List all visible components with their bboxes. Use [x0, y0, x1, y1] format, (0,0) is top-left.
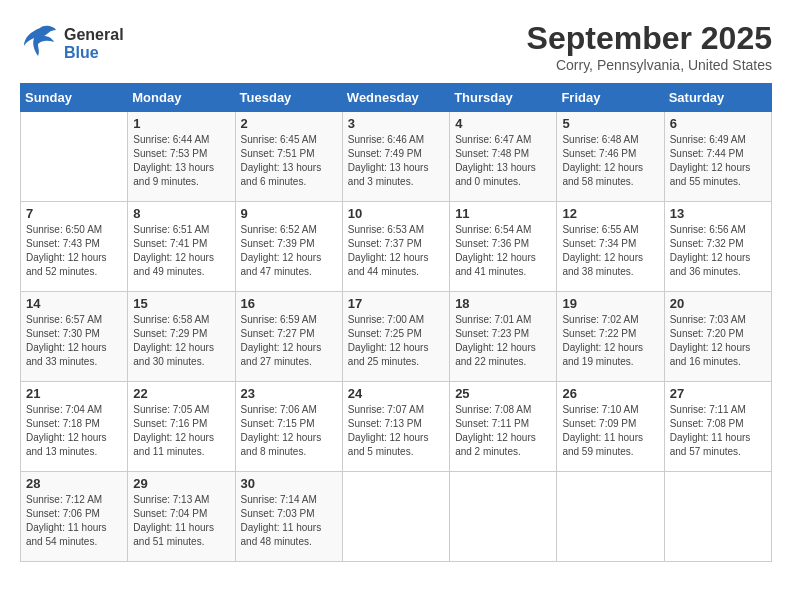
calendar-cell: 17Sunrise: 7:00 AM Sunset: 7:25 PM Dayli… [342, 292, 449, 382]
calendar-cell: 26Sunrise: 7:10 AM Sunset: 7:09 PM Dayli… [557, 382, 664, 472]
day-number: 23 [241, 386, 337, 401]
day-info: Sunrise: 7:02 AM Sunset: 7:22 PM Dayligh… [562, 313, 658, 369]
day-info: Sunrise: 7:07 AM Sunset: 7:13 PM Dayligh… [348, 403, 444, 459]
calendar-cell [557, 472, 664, 562]
day-info: Sunrise: 6:44 AM Sunset: 7:53 PM Dayligh… [133, 133, 229, 189]
calendar-cell: 9Sunrise: 6:52 AM Sunset: 7:39 PM Daylig… [235, 202, 342, 292]
day-info: Sunrise: 6:53 AM Sunset: 7:37 PM Dayligh… [348, 223, 444, 279]
calendar-table: SundayMondayTuesdayWednesdayThursdayFrid… [20, 83, 772, 562]
location-subtitle: Corry, Pennsylvania, United States [527, 57, 772, 73]
calendar-cell [664, 472, 771, 562]
calendar-cell: 29Sunrise: 7:13 AM Sunset: 7:04 PM Dayli… [128, 472, 235, 562]
day-info: Sunrise: 6:57 AM Sunset: 7:30 PM Dayligh… [26, 313, 122, 369]
calendar-cell: 15Sunrise: 6:58 AM Sunset: 7:29 PM Dayli… [128, 292, 235, 382]
day-number: 12 [562, 206, 658, 221]
weekday-header-sunday: Sunday [21, 84, 128, 112]
day-number: 25 [455, 386, 551, 401]
day-number: 14 [26, 296, 122, 311]
day-number: 27 [670, 386, 766, 401]
day-number: 19 [562, 296, 658, 311]
day-number: 1 [133, 116, 229, 131]
calendar-cell: 21Sunrise: 7:04 AM Sunset: 7:18 PM Dayli… [21, 382, 128, 472]
calendar-cell: 7Sunrise: 6:50 AM Sunset: 7:43 PM Daylig… [21, 202, 128, 292]
day-number: 21 [26, 386, 122, 401]
day-number: 17 [348, 296, 444, 311]
calendar-cell: 5Sunrise: 6:48 AM Sunset: 7:46 PM Daylig… [557, 112, 664, 202]
day-number: 13 [670, 206, 766, 221]
day-number: 29 [133, 476, 229, 491]
day-number: 15 [133, 296, 229, 311]
day-number: 10 [348, 206, 444, 221]
day-info: Sunrise: 7:04 AM Sunset: 7:18 PM Dayligh… [26, 403, 122, 459]
calendar-cell: 20Sunrise: 7:03 AM Sunset: 7:20 PM Dayli… [664, 292, 771, 382]
day-info: Sunrise: 6:59 AM Sunset: 7:27 PM Dayligh… [241, 313, 337, 369]
calendar-cell: 1Sunrise: 6:44 AM Sunset: 7:53 PM Daylig… [128, 112, 235, 202]
calendar-cell: 30Sunrise: 7:14 AM Sunset: 7:03 PM Dayli… [235, 472, 342, 562]
day-number: 2 [241, 116, 337, 131]
calendar-cell: 6Sunrise: 6:49 AM Sunset: 7:44 PM Daylig… [664, 112, 771, 202]
day-info: Sunrise: 7:12 AM Sunset: 7:06 PM Dayligh… [26, 493, 122, 549]
day-number: 22 [133, 386, 229, 401]
day-number: 28 [26, 476, 122, 491]
calendar-cell: 18Sunrise: 7:01 AM Sunset: 7:23 PM Dayli… [450, 292, 557, 382]
day-number: 24 [348, 386, 444, 401]
logo-icon [20, 20, 60, 67]
day-info: Sunrise: 7:13 AM Sunset: 7:04 PM Dayligh… [133, 493, 229, 549]
calendar-cell: 3Sunrise: 6:46 AM Sunset: 7:49 PM Daylig… [342, 112, 449, 202]
calendar-cell: 28Sunrise: 7:12 AM Sunset: 7:06 PM Dayli… [21, 472, 128, 562]
day-number: 6 [670, 116, 766, 131]
day-info: Sunrise: 7:00 AM Sunset: 7:25 PM Dayligh… [348, 313, 444, 369]
week-row-5: 28Sunrise: 7:12 AM Sunset: 7:06 PM Dayli… [21, 472, 772, 562]
calendar-cell: 12Sunrise: 6:55 AM Sunset: 7:34 PM Dayli… [557, 202, 664, 292]
day-number: 3 [348, 116, 444, 131]
day-info: Sunrise: 7:08 AM Sunset: 7:11 PM Dayligh… [455, 403, 551, 459]
day-info: Sunrise: 6:47 AM Sunset: 7:48 PM Dayligh… [455, 133, 551, 189]
page-header: General Blue September 2025 Corry, Penns… [20, 20, 772, 73]
day-info: Sunrise: 6:54 AM Sunset: 7:36 PM Dayligh… [455, 223, 551, 279]
weekday-header-wednesday: Wednesday [342, 84, 449, 112]
day-number: 8 [133, 206, 229, 221]
day-number: 4 [455, 116, 551, 131]
weekday-header-saturday: Saturday [664, 84, 771, 112]
day-info: Sunrise: 7:10 AM Sunset: 7:09 PM Dayligh… [562, 403, 658, 459]
weekday-header-row: SundayMondayTuesdayWednesdayThursdayFrid… [21, 84, 772, 112]
logo-text: General Blue [64, 26, 124, 62]
calendar-cell: 11Sunrise: 6:54 AM Sunset: 7:36 PM Dayli… [450, 202, 557, 292]
day-info: Sunrise: 7:03 AM Sunset: 7:20 PM Dayligh… [670, 313, 766, 369]
day-number: 7 [26, 206, 122, 221]
calendar-cell: 19Sunrise: 7:02 AM Sunset: 7:22 PM Dayli… [557, 292, 664, 382]
calendar-cell [21, 112, 128, 202]
day-info: Sunrise: 6:56 AM Sunset: 7:32 PM Dayligh… [670, 223, 766, 279]
weekday-header-friday: Friday [557, 84, 664, 112]
day-info: Sunrise: 6:51 AM Sunset: 7:41 PM Dayligh… [133, 223, 229, 279]
day-number: 26 [562, 386, 658, 401]
day-info: Sunrise: 7:11 AM Sunset: 7:08 PM Dayligh… [670, 403, 766, 459]
day-info: Sunrise: 6:49 AM Sunset: 7:44 PM Dayligh… [670, 133, 766, 189]
day-info: Sunrise: 7:01 AM Sunset: 7:23 PM Dayligh… [455, 313, 551, 369]
calendar-cell: 25Sunrise: 7:08 AM Sunset: 7:11 PM Dayli… [450, 382, 557, 472]
day-info: Sunrise: 7:06 AM Sunset: 7:15 PM Dayligh… [241, 403, 337, 459]
day-info: Sunrise: 6:58 AM Sunset: 7:29 PM Dayligh… [133, 313, 229, 369]
weekday-header-monday: Monday [128, 84, 235, 112]
calendar-cell: 14Sunrise: 6:57 AM Sunset: 7:30 PM Dayli… [21, 292, 128, 382]
calendar-cell: 23Sunrise: 7:06 AM Sunset: 7:15 PM Dayli… [235, 382, 342, 472]
calendar-cell: 2Sunrise: 6:45 AM Sunset: 7:51 PM Daylig… [235, 112, 342, 202]
week-row-2: 7Sunrise: 6:50 AM Sunset: 7:43 PM Daylig… [21, 202, 772, 292]
calendar-cell: 10Sunrise: 6:53 AM Sunset: 7:37 PM Dayli… [342, 202, 449, 292]
day-info: Sunrise: 7:14 AM Sunset: 7:03 PM Dayligh… [241, 493, 337, 549]
day-number: 9 [241, 206, 337, 221]
calendar-cell: 22Sunrise: 7:05 AM Sunset: 7:16 PM Dayli… [128, 382, 235, 472]
day-number: 18 [455, 296, 551, 311]
week-row-3: 14Sunrise: 6:57 AM Sunset: 7:30 PM Dayli… [21, 292, 772, 382]
title-block: September 2025 Corry, Pennsylvania, Unit… [527, 20, 772, 73]
calendar-cell: 24Sunrise: 7:07 AM Sunset: 7:13 PM Dayli… [342, 382, 449, 472]
day-info: Sunrise: 7:05 AM Sunset: 7:16 PM Dayligh… [133, 403, 229, 459]
calendar-cell: 16Sunrise: 6:59 AM Sunset: 7:27 PM Dayli… [235, 292, 342, 382]
calendar-cell: 27Sunrise: 7:11 AM Sunset: 7:08 PM Dayli… [664, 382, 771, 472]
logo: General Blue [20, 20, 124, 67]
calendar-cell [342, 472, 449, 562]
calendar-cell: 8Sunrise: 6:51 AM Sunset: 7:41 PM Daylig… [128, 202, 235, 292]
calendar-cell [450, 472, 557, 562]
weekday-header-tuesday: Tuesday [235, 84, 342, 112]
week-row-4: 21Sunrise: 7:04 AM Sunset: 7:18 PM Dayli… [21, 382, 772, 472]
